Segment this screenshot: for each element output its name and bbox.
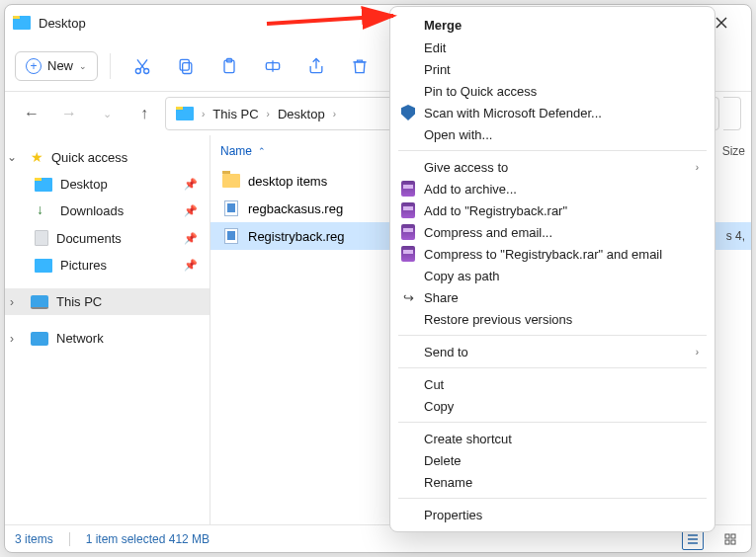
paste-button[interactable] <box>210 46 249 86</box>
chevron-right-icon: › <box>333 109 336 119</box>
sidebar-item-label: Pictures <box>60 258 107 273</box>
up-button[interactable]: ↑ <box>127 97 161 130</box>
forward-button[interactable]: → <box>52 97 86 130</box>
file-name: desktop items <box>248 174 327 189</box>
folder-icon <box>222 173 240 189</box>
folder-icon <box>13 16 31 30</box>
sidebar-item-desktop[interactable]: Desktop 📌 <box>5 171 210 198</box>
breadcrumb-thispc[interactable]: This PC <box>212 107 258 121</box>
ctx-copy-as-path[interactable]: Copy as path <box>390 265 714 286</box>
ctx-print[interactable]: Print <box>390 58 714 80</box>
plus-icon: + <box>26 58 42 74</box>
window-title: Desktop <box>39 16 86 31</box>
reg-file-icon <box>222 200 240 216</box>
recent-locations-button[interactable]: ⌄ <box>90 97 124 130</box>
separator <box>398 422 707 423</box>
desktop-icon <box>35 178 52 192</box>
view-large-icons-button[interactable] <box>719 528 741 550</box>
sidebar-quick-access[interactable]: ★ Quick access <box>5 143 210 171</box>
submenu-arrow-icon: › <box>696 162 699 173</box>
cut-button[interactable] <box>123 46 162 86</box>
ctx-add-to-archive[interactable]: Add to archive... <box>390 178 714 199</box>
column-header-size-label: Size <box>722 144 745 158</box>
new-button-label: New <box>47 58 73 73</box>
sidebar-item-label: Desktop <box>60 177 108 192</box>
ctx-defender-scan[interactable]: Scan with Microsoft Defender... <box>390 102 714 123</box>
new-button[interactable]: + New ⌄ <box>15 51 98 81</box>
delete-button[interactable] <box>340 46 379 86</box>
svg-rect-18 <box>725 540 729 544</box>
file-name: regbackasus.reg <box>248 201 343 216</box>
submenu-arrow-icon: › <box>696 347 699 358</box>
star-icon: ★ <box>31 149 43 165</box>
winrar-icon <box>400 224 416 240</box>
status-selection: 1 item selected 412 MB <box>86 532 210 546</box>
pc-icon <box>31 295 48 309</box>
file-row-suffix: s 4, <box>726 229 751 243</box>
ctx-share[interactable]: ↪Share <box>390 286 714 308</box>
sidebar-item-pictures[interactable]: Pictures 📌 <box>5 252 210 278</box>
separator <box>398 498 707 499</box>
rename-button[interactable] <box>253 46 293 86</box>
ctx-send-to[interactable]: Send to› <box>390 341 714 362</box>
separator <box>398 367 707 368</box>
chevron-right-icon: › <box>267 109 270 119</box>
winrar-icon <box>400 181 416 197</box>
ctx-edit[interactable]: Edit <box>390 37 714 58</box>
ctx-delete[interactable]: Delete <box>390 449 714 471</box>
ctx-properties[interactable]: Properties <box>390 504 714 525</box>
reg-file-icon <box>222 228 240 244</box>
ctx-compress-and-email[interactable]: Compress and email... <box>390 221 714 243</box>
svg-rect-19 <box>731 540 735 544</box>
location-icon <box>176 107 194 120</box>
pictures-icon <box>35 259 52 273</box>
ctx-rename[interactable]: Rename <box>390 471 714 493</box>
navigation-pane: ★ Quick access Desktop 📌 Downloads 📌 Doc… <box>5 135 210 524</box>
shield-icon <box>400 105 416 120</box>
ctx-cut[interactable]: Cut <box>390 373 714 395</box>
column-header-name-label: Name <box>220 144 252 158</box>
sidebar-item-documents[interactable]: Documents 📌 <box>5 224 210 252</box>
column-header-name[interactable]: Name ⌃ <box>220 144 418 158</box>
column-header-size[interactable]: Size <box>722 144 751 158</box>
share-icon: ↪ <box>400 289 416 305</box>
sidebar-item-thispc[interactable]: This PC <box>5 288 210 315</box>
pin-icon: 📌 <box>184 178 198 191</box>
breadcrumb-desktop[interactable]: Desktop <box>278 107 325 121</box>
sidebar-item-downloads[interactable]: Downloads 📌 <box>5 198 210 224</box>
annotation-arrow <box>267 10 415 43</box>
svg-line-20 <box>267 16 393 24</box>
ctx-create-shortcut[interactable]: Create shortcut <box>390 428 714 449</box>
chevron-right-icon: › <box>202 109 205 119</box>
pin-icon: 📌 <box>184 232 198 245</box>
separator <box>398 335 707 336</box>
winrar-icon <box>400 202 416 218</box>
ctx-pin-quick-access[interactable]: Pin to Quick access <box>390 80 714 102</box>
documents-icon <box>35 230 48 246</box>
context-menu: Merge Edit Print Pin to Quick access Sca… <box>389 6 715 532</box>
sidebar-item-network[interactable]: Network <box>5 325 210 352</box>
separator <box>398 150 707 151</box>
ctx-copy[interactable]: Copy <box>390 395 714 417</box>
ctx-give-access-to[interactable]: Give access to› <box>390 156 714 178</box>
search-box-stub[interactable] <box>723 97 741 130</box>
file-name: Registryback.reg <box>248 229 345 244</box>
sidebar-item-label: Quick access <box>51 150 127 165</box>
pin-icon: 📌 <box>184 259 198 272</box>
network-icon <box>31 332 48 346</box>
ctx-compress-to-and-email[interactable]: Compress to "Registryback.rar" and email <box>390 243 714 265</box>
ctx-merge[interactable]: Merge <box>390 13 714 37</box>
ctx-open-with[interactable]: Open with... <box>390 123 714 145</box>
svg-rect-6 <box>183 62 192 73</box>
svg-rect-16 <box>725 534 729 538</box>
chevron-down-icon: ⌄ <box>79 61 87 71</box>
ctx-add-to-rar[interactable]: Add to "Registryback.rar" <box>390 199 714 221</box>
ctx-restore-previous-versions[interactable]: Restore previous versions <box>390 308 714 330</box>
pin-icon: 📌 <box>184 204 198 217</box>
sidebar-item-label: This PC <box>56 294 102 309</box>
copy-button[interactable] <box>166 46 206 86</box>
svg-rect-7 <box>180 59 189 70</box>
sidebar-item-label: Downloads <box>60 203 124 218</box>
back-button[interactable]: ← <box>15 97 48 130</box>
share-button[interactable] <box>296 46 336 86</box>
